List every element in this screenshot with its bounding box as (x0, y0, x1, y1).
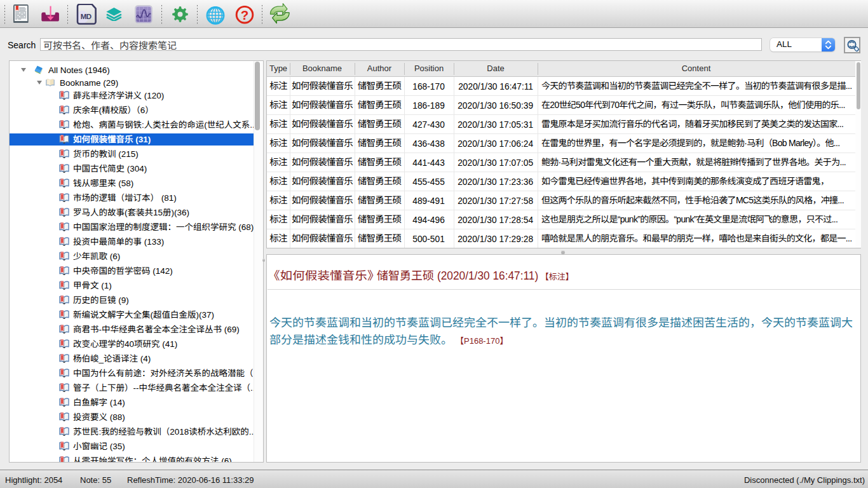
svg-text:MD: MD (81, 12, 92, 20)
svg-text:?: ? (240, 8, 248, 22)
